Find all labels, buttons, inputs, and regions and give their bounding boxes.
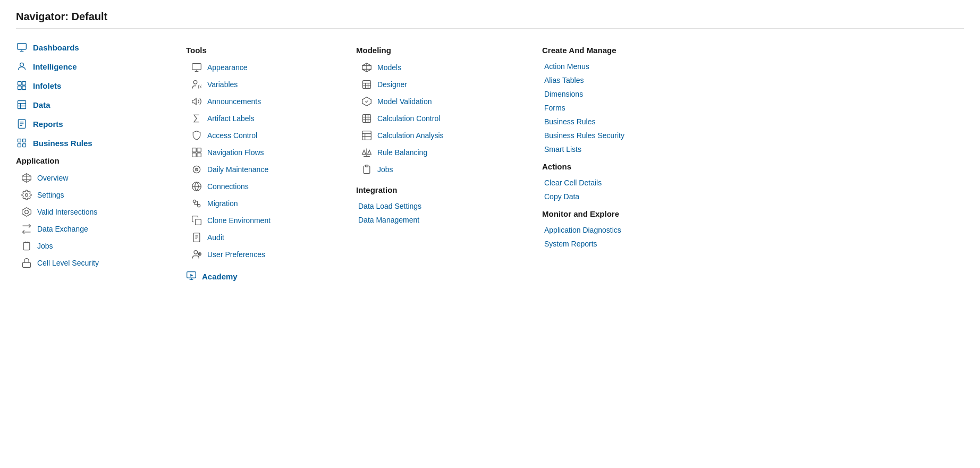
- cm-smart-lists[interactable]: Smart Lists: [542, 145, 723, 154]
- nav-business-rules[interactable]: Business Rules: [16, 137, 165, 149]
- cm-action-menus[interactable]: Action Menus: [542, 62, 723, 71]
- svg-rect-76: [363, 115, 371, 123]
- cube-app-icon: [21, 173, 32, 183]
- person-circle-icon: [16, 61, 28, 72]
- academy-label: Academy: [202, 272, 238, 281]
- modeling-models[interactable]: Models: [356, 62, 521, 73]
- tool-access-control[interactable]: Access Control: [186, 130, 335, 141]
- svg-rect-17: [23, 139, 26, 142]
- monitor-icon: [16, 41, 28, 53]
- calc-control-icon: [361, 113, 372, 124]
- grid-nav-icon: [191, 147, 202, 158]
- user-pref-icon: [191, 249, 202, 260]
- cm-alias-tables[interactable]: Alias Tables: [542, 76, 723, 84]
- calculation-analysis-label: Calculation Analysis: [377, 131, 444, 140]
- svg-rect-18: [18, 144, 21, 147]
- app-data-exchange[interactable]: Data Exchange: [16, 224, 165, 234]
- tool-announcements[interactable]: Announcements: [186, 96, 335, 107]
- table-icon: [16, 99, 28, 110]
- appearance-label: Appearance: [207, 63, 248, 72]
- modeling-calc-control[interactable]: Calculation Control: [356, 113, 521, 124]
- monitor-system-reports[interactable]: System Reports: [542, 240, 723, 248]
- svg-marker-25: [22, 208, 31, 217]
- svg-point-24: [26, 194, 28, 197]
- reports-label: Reports: [33, 120, 63, 129]
- clipboard-m-icon: [361, 164, 372, 175]
- svg-rect-0: [18, 44, 27, 50]
- tool-variables[interactable]: (x) Variables: [186, 79, 335, 90]
- nav-intelligence[interactable]: Intelligence: [16, 61, 165, 72]
- svg-rect-19: [23, 144, 26, 147]
- monitor-title: Monitor and Explore: [542, 209, 723, 218]
- data-exchange-label: Data Exchange: [37, 225, 88, 233]
- actions-title: Actions: [542, 162, 723, 171]
- tool-artifact-labels[interactable]: Artifact Labels: [186, 113, 335, 124]
- svg-rect-53: [196, 219, 201, 225]
- migration-icon: [191, 198, 202, 209]
- nav-reports[interactable]: Reports: [16, 118, 165, 130]
- navigator-page: Navigator: Default Dashboards Intelligen…: [0, 0, 980, 468]
- svg-point-47: [193, 200, 196, 202]
- academy-link[interactable]: Academy: [186, 270, 335, 283]
- calc-analysis-icon: [361, 130, 372, 141]
- cm-forms[interactable]: Forms: [542, 104, 723, 112]
- modeling-validation[interactable]: Model Validation: [356, 96, 521, 107]
- nav-data[interactable]: Data: [16, 99, 165, 110]
- integration-data-management[interactable]: Data Management: [356, 216, 521, 224]
- valid-intersections-label: Valid Intersections: [37, 208, 97, 216]
- designer-label: Designer: [377, 80, 407, 89]
- clipboard-app-icon: [21, 241, 32, 251]
- tool-connections[interactable]: Connections: [186, 181, 335, 192]
- integration-data-load[interactable]: Data Load Settings: [356, 202, 521, 210]
- modeling-jobs[interactable]: Jobs: [356, 164, 521, 175]
- monitor-app-diagnostics[interactable]: Application Diagnostics: [542, 226, 723, 234]
- action-copy-data[interactable]: Copy Data: [542, 192, 723, 201]
- access-control-label: Access Control: [207, 131, 257, 140]
- nav-infolets[interactable]: Infolets: [16, 80, 165, 91]
- document-lines-icon: [16, 118, 28, 130]
- svg-point-3: [20, 63, 24, 66]
- nav-dashboards[interactable]: Dashboards: [16, 41, 165, 53]
- app-valid-intersections[interactable]: Valid Intersections: [16, 207, 165, 217]
- modeling-column: Modeling Models Designer Model Validatio…: [356, 41, 521, 229]
- app-settings[interactable]: Settings: [16, 190, 165, 200]
- modeling-rule-balancing[interactable]: Rule Balancing: [356, 147, 521, 158]
- page-title: Navigator: Default: [16, 11, 964, 29]
- dashboards-label: Dashboards: [33, 43, 79, 52]
- tools-column: Tools Appearance (x) Variables Announcem…: [186, 41, 335, 283]
- action-clear-cell-details[interactable]: Clear Cell Details: [542, 178, 723, 187]
- app-cell-level-security[interactable]: Cell Level Security: [16, 258, 165, 268]
- modeling-designer[interactable]: Designer: [356, 79, 521, 90]
- business-rules-label: Business Rules: [33, 139, 92, 148]
- app-jobs[interactable]: Jobs: [16, 241, 165, 251]
- tool-user-preferences[interactable]: User Preferences: [186, 249, 335, 260]
- tool-clone-environment[interactable]: Clone Environment: [186, 215, 335, 226]
- svg-rect-40: [197, 153, 201, 157]
- cm-business-rules-security[interactable]: Business Rules Security: [542, 131, 723, 140]
- designer-icon: [361, 79, 372, 90]
- clone-environment-label: Clone Environment: [207, 216, 271, 225]
- modeling-calc-analysis[interactable]: Calculation Analysis: [356, 130, 521, 141]
- cell-security-icon: [21, 258, 32, 268]
- announcements-label: Announcements: [207, 97, 261, 106]
- tool-daily-maintenance[interactable]: Daily Maintenance: [186, 164, 335, 175]
- tool-audit[interactable]: Audit: [186, 232, 335, 243]
- app-overview[interactable]: Overview: [16, 173, 165, 183]
- tool-appearance[interactable]: Appearance: [186, 62, 335, 73]
- svg-rect-30: [23, 262, 31, 267]
- daily-maintenance-label: Daily Maintenance: [207, 165, 268, 174]
- tool-migration[interactable]: Migration: [186, 198, 335, 209]
- user-preferences-label: User Preferences: [207, 250, 265, 259]
- svg-rect-8: [18, 101, 26, 109]
- grid-square-icon: [16, 80, 28, 91]
- integration-title: Integration: [356, 185, 521, 194]
- svg-rect-6: [18, 86, 22, 90]
- tool-navigation-flows[interactable]: Navigation Flows: [186, 147, 335, 158]
- svg-point-34: [193, 81, 197, 84]
- cm-dimensions[interactable]: Dimensions: [542, 90, 723, 98]
- monitor-play-icon: [186, 270, 197, 283]
- grid-dots-icon: [16, 137, 28, 149]
- cm-business-rules[interactable]: Business Rules: [542, 117, 723, 126]
- connections-icon: [191, 181, 202, 192]
- cube-modeling-icon: [361, 62, 372, 73]
